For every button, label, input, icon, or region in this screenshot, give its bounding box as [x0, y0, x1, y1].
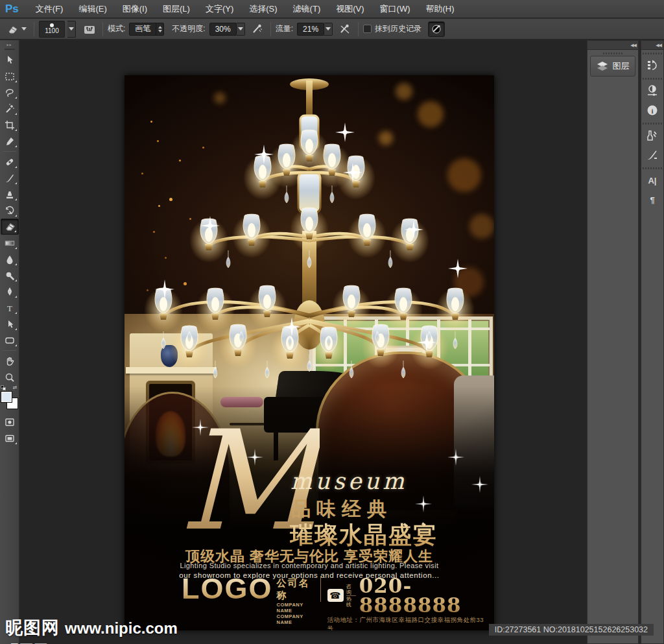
menu-view[interactable]: 视图(V) [328, 0, 372, 18]
tool-marquee[interactable] [1, 68, 19, 84]
tool-clone-stamp[interactable] [1, 186, 19, 202]
crystal-chandelier [124, 75, 494, 380]
default-colors-icon[interactable] [1, 385, 6, 390]
hotline-label-2: 热线 [346, 596, 356, 608]
tool-spot-healing[interactable] [1, 154, 19, 170]
pressure-opacity-button[interactable] [249, 21, 266, 37]
tool-zoom[interactable] [1, 369, 19, 385]
document-canvas[interactable]: M museum 品味经典 璀璨水晶盛宴 顶级水晶 奢华无与伦比 享受荣耀人生 … [124, 75, 494, 630]
brush-picker-dropdown[interactable] [67, 21, 76, 38]
opacity-label: 不透明度: [172, 23, 205, 34]
airbrush-slash-icon [339, 23, 351, 35]
panel-grip [603, 53, 622, 54]
chevron-down-icon [238, 27, 243, 30]
history-panel-button[interactable] [641, 56, 663, 75]
paragraph-icon: ¶ [650, 195, 654, 205]
tool-gradient[interactable] [1, 235, 19, 251]
screen-mode-icon [4, 433, 16, 444]
tool-eraser[interactable] [1, 219, 19, 235]
company-name-stack: 公司名称 COMPANY NAME COMPANY NAME [277, 577, 314, 625]
brush-presets-panel-button[interactable] [641, 126, 663, 145]
flow-value: 21% [298, 25, 324, 34]
layers-icon [597, 61, 608, 71]
menu-image[interactable]: 图像(I) [115, 0, 155, 18]
tool-magic-wand[interactable] [1, 101, 19, 117]
brush-presets-icon [646, 129, 659, 142]
hand-icon [4, 355, 16, 367]
tool-crop[interactable] [1, 117, 19, 133]
menu-layer[interactable]: 图层(L) [155, 0, 198, 18]
airbrush-pressed-icon [431, 23, 442, 35]
menu-edit[interactable]: 编辑(E) [71, 0, 114, 18]
tool-eyedropper[interactable] [1, 133, 19, 149]
foreground-color-swatch[interactable] [1, 392, 12, 402]
menu-help[interactable]: 帮助(H) [418, 0, 462, 18]
tool-hand[interactable] [1, 353, 19, 369]
healing-brush-icon [4, 156, 16, 168]
opacity-input[interactable]: 30% [209, 23, 237, 36]
flow-input[interactable]: 21% [297, 23, 324, 36]
tool-pen[interactable] [1, 283, 19, 300]
layers-panel-button[interactable]: 图层 [590, 56, 635, 77]
collapse-arrows-icon: ◀◀ [656, 43, 661, 48]
tool-path-selection[interactable] [1, 316, 19, 332]
opacity-dropdown[interactable] [237, 23, 245, 36]
menu-filter[interactable]: 滤镜(T) [285, 0, 329, 18]
paragraph-panel-button[interactable]: ¶ [641, 190, 663, 209]
brush-icon [646, 149, 659, 161]
flow-dropdown[interactable] [324, 23, 333, 36]
toggle-brush-panel-button[interactable] [81, 21, 98, 37]
menu-window[interactable]: 窗口(W) [372, 0, 418, 18]
tool-move[interactable] [1, 52, 19, 68]
screen-mode-button[interactable] [1, 430, 19, 446]
svg-text:T: T [7, 303, 12, 313]
erase-to-history-checkbox[interactable] [363, 25, 372, 33]
tool-shape[interactable] [1, 332, 19, 348]
move-icon [4, 54, 16, 66]
zoom-icon [4, 372, 16, 383]
character-panel-button[interactable]: A| [641, 171, 663, 190]
panel-grip [643, 53, 662, 54]
swap-colors-icon[interactable]: ⇄ [13, 385, 18, 390]
eraser-icon [6, 24, 19, 34]
divider [102, 22, 103, 36]
lasso-icon [4, 87, 16, 99]
updown-arrows-icon [156, 23, 163, 35]
quick-mask-icon [4, 416, 16, 428]
collapse-panels-button[interactable]: ◀◀ [587, 41, 638, 50]
brush-preset-picker[interactable]: 1100 [39, 21, 76, 38]
divider [34, 22, 34, 36]
tablet-pressure-button[interactable] [428, 21, 445, 37]
tool-history-brush[interactable] [1, 202, 19, 219]
telephone-icon: ☎ [327, 589, 344, 602]
mode-label: 模式: [108, 23, 125, 34]
tool-dodge[interactable] [1, 267, 19, 283]
tool-lasso[interactable] [1, 84, 19, 101]
adjustments-panel-button[interactable] [641, 81, 663, 101]
menu-file[interactable]: 文件(F) [28, 0, 71, 18]
tool-type[interactable]: T [1, 300, 19, 316]
tool-blur[interactable] [1, 251, 19, 267]
company-name-en2: COMPANY NAME [277, 614, 314, 625]
menu-select[interactable]: 选择(S) [241, 0, 285, 18]
chevron-down-icon [21, 27, 27, 30]
mode-select[interactable]: 画笔 [129, 23, 164, 36]
airbrush-toggle-button[interactable] [337, 21, 353, 37]
magic-wand-icon [4, 103, 16, 115]
brush-icon [4, 173, 16, 184]
menu-type[interactable]: 文字(Y) [198, 0, 241, 18]
tool-brush[interactable] [1, 170, 19, 186]
info-panel-button[interactable]: i [641, 101, 663, 120]
panel-dock: ◀◀ 图层 ◀◀ i [587, 40, 664, 644]
collapse-strip-button[interactable]: ◀◀ [641, 41, 663, 50]
marquee-icon [4, 71, 16, 82]
divider [3, 350, 16, 351]
blur-drop-icon [4, 254, 16, 265]
brush-preview[interactable]: 1100 [39, 21, 65, 38]
tool-preset-picker[interactable] [4, 23, 29, 36]
quick-mask-button[interactable] [1, 414, 19, 430]
toolbar-collapse-toggle[interactable]: ▸▸ [0, 40, 19, 48]
dodge-icon [4, 270, 16, 281]
company-name-cn: 公司名称 [277, 577, 314, 602]
brush-panel-button[interactable] [641, 145, 663, 165]
